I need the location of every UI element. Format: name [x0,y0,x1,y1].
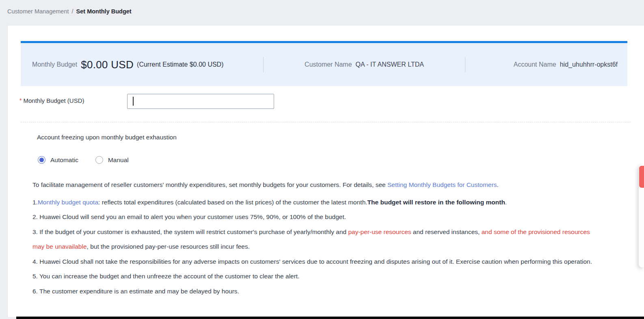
note-item-1: 1.Monthly budget quota: reflects total e… [32,195,603,210]
radio-unselected-icon[interactable] [95,156,103,164]
note-item-2: 2. Huawei Cloud will send you an email t… [32,210,603,225]
item1-bold-text: The budget will restore in the following… [367,199,505,206]
item1-number: 1. [32,199,38,206]
summary-customer-name: Customer Name QA - IT ANSWER LTDA [264,61,465,68]
summary-monthly-budget: Monthly Budget $0.00 USD (Current Estima… [21,59,263,71]
note-item-4: 4. Huawei Cloud shall not take the respo… [32,254,603,269]
summary-account-name: Account Name hid_uhuhhrr-opkst6f [465,61,627,68]
required-marker: * [19,97,22,104]
item1-text: : reflects total expenditures (calculate… [98,199,367,206]
notes-intro: To facilitate management of reseller cus… [32,178,603,193]
radio-manual-label: Manual [108,156,129,164]
account-name-value: hid_uhuhhrr-opkst6f [560,61,618,68]
note-item-3: 3. If the budget of your customer is exh… [32,225,603,254]
breadcrumb-separator: / [72,8,73,15]
monthly-budget-field-label: *Monthly Budget (USD) [19,97,84,104]
budget-summary-panel: Monthly Budget $0.00 USD (Current Estima… [21,41,627,86]
current-estimate-value: (Current Estimate $0.00 USD) [137,61,223,68]
customer-name-value: QA - IT ANSWER LTDA [356,61,424,68]
set-monthly-budget-page: Customer Management / Set Monthly Budget… [0,0,644,319]
monthly-budget-input[interactable] [127,94,274,109]
monthly-budget-label: Monthly Budget [32,61,77,68]
breadcrumb: Customer Management / Set Monthly Budget [7,8,132,15]
intro-text: To facilitate management of reseller cus… [32,181,387,188]
monthly-budget-quota-link[interactable]: Monthly budget quota [38,199,98,206]
budget-notes: To facilitate management of reseller cus… [32,178,603,299]
radio-manual[interactable]: Manual [95,156,129,164]
item3-red-1: pay-per-use resources [348,228,411,235]
note-item-5: 5. You can increase the budget and then … [32,269,603,284]
feedback-tab-icon[interactable] [639,166,644,188]
radio-selected-icon[interactable] [38,156,45,164]
radio-automatic[interactable]: Automatic [38,156,78,164]
breadcrumb-customer-management[interactable]: Customer Management [7,8,69,15]
freezing-mode-radio-group: Automatic Manual [38,156,129,164]
radio-automatic-label: Automatic [50,156,78,164]
monthly-budget-field-label-text: Monthly Budget (USD) [23,97,84,104]
account-name-label: Account Name [514,61,556,68]
setting-monthly-budgets-link[interactable]: Setting Monthly Budgets for Customers [387,181,497,188]
intro-period: . [497,181,499,188]
item3-text-2: and reserved instances, [411,228,482,235]
floating-side-widget[interactable] [639,165,644,267]
text-cursor [133,97,134,106]
item3-text-3: , but the provisioned pay-per-use resour… [87,243,250,250]
window-bottom-edge [16,317,644,319]
note-item-6: 6. The customer expenditure is an estima… [32,284,603,299]
dashed-divider [21,122,631,122]
breadcrumb-set-monthly-budget: Set Monthly Budget [76,8,132,15]
account-freezing-label: Account freezing upon monthly budget exh… [37,134,177,141]
item3-text-1: 3. If the budget of your customer is exh… [32,228,348,235]
item1-period: . [505,199,507,206]
customer-name-label: Customer Name [305,61,352,68]
monthly-budget-value: $0.00 USD [81,59,134,71]
